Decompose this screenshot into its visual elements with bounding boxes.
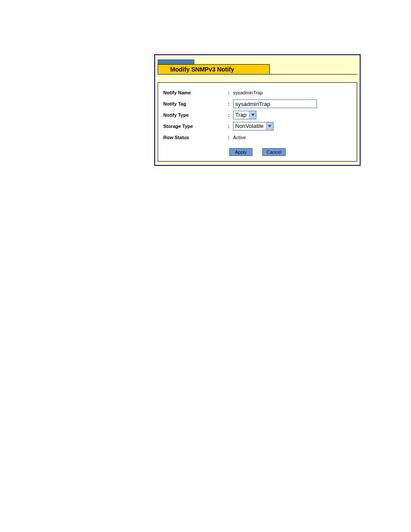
cancel-button[interactable]: Cancel: [262, 148, 286, 156]
chevron-down-icon: [266, 122, 273, 130]
select-notify-type[interactable]: Trap: [233, 111, 256, 119]
label-storage-type: Storage Type: [163, 121, 228, 132]
row-storage-type: Storage Type : NonVolatile: [163, 121, 352, 132]
value-notify-name: sysadminTrap: [233, 90, 263, 95]
select-notify-type-text: Trap: [234, 111, 249, 119]
colon: :: [228, 132, 233, 143]
input-notify-tag[interactable]: [233, 100, 317, 108]
colon: :: [228, 87, 233, 98]
title-rule: [270, 64, 357, 75]
label-notify-name: Notify Name: [163, 87, 228, 98]
colon: :: [228, 121, 233, 132]
form-table: Notify Name : sysadminTrap Notify Tag : …: [163, 87, 352, 143]
value-row-status: Active: [233, 135, 246, 140]
apply-button[interactable]: Apply: [229, 148, 252, 156]
select-storage-type-text: NonVolatile: [234, 122, 266, 130]
chevron-down-icon: [249, 111, 256, 119]
tab-row: [158, 57, 357, 65]
colon: :: [228, 98, 233, 109]
label-notify-tag: Notify Tag: [163, 98, 228, 109]
panel-inner: Modify SNMPv3 Notify Notify Name : sysad…: [155, 55, 360, 165]
row-notify-type: Notify Type : Trap: [163, 109, 352, 121]
row-notify-tag: Notify Tag :: [163, 98, 352, 109]
row-notify-name: Notify Name : sysadminTrap: [163, 87, 352, 98]
button-row: Apply Cancel: [163, 148, 352, 156]
snmp-notify-panel: Modify SNMPv3 Notify Notify Name : sysad…: [154, 54, 361, 166]
colon: :: [228, 109, 233, 121]
row-row-status: Row Status : Active: [163, 132, 352, 143]
form-box: Notify Name : sysadminTrap Notify Tag : …: [158, 82, 357, 162]
label-row-status: Row Status: [163, 132, 228, 143]
panel-title: Modify SNMPv3 Notify: [158, 64, 270, 75]
label-notify-type: Notify Type: [163, 109, 228, 121]
select-storage-type[interactable]: NonVolatile: [233, 122, 274, 131]
title-bar: Modify SNMPv3 Notify: [158, 64, 357, 75]
